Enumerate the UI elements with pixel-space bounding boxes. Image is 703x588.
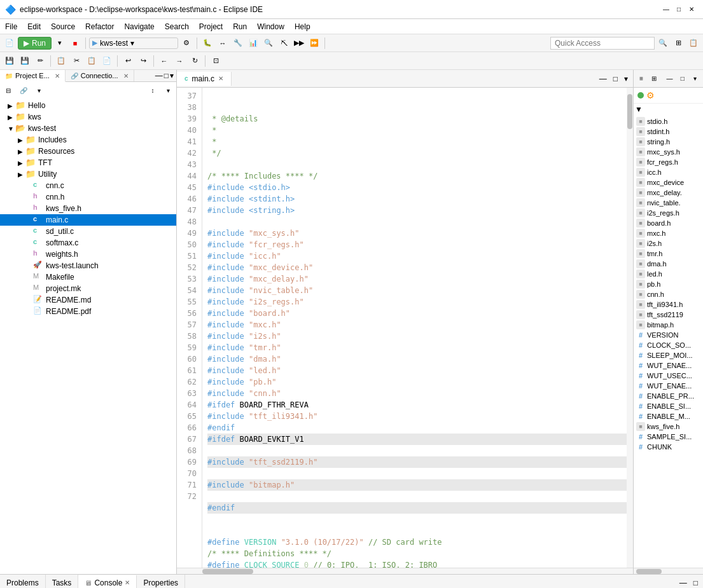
outline-enable-m[interactable]: # ENABLE_M...: [634, 411, 703, 421]
tree-item-kws-five-h[interactable]: h kws_five.h: [0, 203, 176, 214]
nav-last-edit[interactable]: ↻: [188, 54, 202, 68]
new-button[interactable]: 📄: [3, 36, 17, 50]
outline-mxc-sys[interactable]: ■ mxc_sys.h: [634, 147, 703, 157]
tab-problems[interactable]: Problems: [0, 575, 46, 588]
outline-chunk[interactable]: # CHUNK: [634, 442, 703, 452]
menu-window[interactable]: Window: [252, 19, 289, 34]
close-icon[interactable]: ✕: [218, 75, 223, 82]
editor-hscrollbar[interactable]: [177, 568, 633, 574]
tree-item-kws-test[interactable]: ▼ 📂 kws-test: [0, 123, 176, 134]
tree-item-readme-md[interactable]: 📝 README.md: [0, 294, 176, 306]
editor-tab-main-c[interactable]: c main.c ✕: [177, 72, 232, 86]
maximize-button[interactable]: □: [672, 3, 685, 16]
tb2-btn7[interactable]: 📄: [100, 54, 114, 68]
outline-tft-ili[interactable]: ■ tft_ili9341.h: [634, 299, 703, 310]
tree-item-utility[interactable]: ▶ 📁 Utility: [0, 168, 176, 180]
outline-mxc-device[interactable]: ■ mxc_device: [634, 177, 703, 188]
minimize-button[interactable]: —: [660, 3, 672, 16]
view-menu-icon[interactable]: ▾: [170, 71, 174, 80]
tab-console[interactable]: 🖥 Console ✕: [78, 575, 137, 589]
redo-button[interactable]: ↪: [136, 54, 150, 68]
right-panel-close[interactable]: —: [664, 72, 674, 86]
tb-btn1[interactable]: ↔: [216, 36, 230, 50]
tb-btn2[interactable]: 🔧: [231, 36, 245, 50]
tab-properties[interactable]: Properties: [137, 575, 185, 588]
menu-search[interactable]: Search: [160, 19, 194, 34]
tree-item-cnn-h[interactable]: h cnn.h: [0, 191, 176, 203]
collapse-all-btn[interactable]: ⊟: [1, 83, 15, 97]
outline-enable-pr[interactable]: # ENABLE_PR...: [634, 391, 703, 401]
outline-board[interactable]: ■ board.h: [634, 218, 703, 228]
tree-item-tft[interactable]: ▶ 📁 TFT: [0, 157, 176, 168]
outline-stdio[interactable]: ■ stdio.h: [634, 116, 703, 126]
quick-access-input[interactable]: [550, 37, 655, 50]
right-panel-hscrollbar[interactable]: [634, 568, 703, 574]
outline-version[interactable]: # VERSION: [634, 330, 703, 340]
menu-edit[interactable]: Edit: [22, 19, 46, 34]
maximize-bottom-icon[interactable]: □: [691, 577, 700, 589]
tree-menu-btn[interactable]: ▾: [32, 83, 46, 97]
outline-clock-source[interactable]: # CLOCK_SO...: [634, 340, 703, 350]
menu-project[interactable]: Project: [194, 19, 228, 34]
outline-bitmap[interactable]: ■ bitmap.h: [634, 320, 703, 330]
tb2-btn6[interactable]: 📋: [85, 54, 99, 68]
tab-tasks[interactable]: Tasks: [46, 575, 79, 588]
tree-item-launch[interactable]: 🚀 kws-test.launch: [0, 260, 176, 271]
tb-btn6[interactable]: ▶▶: [292, 36, 306, 50]
right-panel-max[interactable]: □: [678, 72, 688, 86]
tb2-btn3[interactable]: ✏: [33, 54, 47, 68]
outline-cnn[interactable]: ■ cnn.h: [634, 289, 703, 299]
tb2-btn1[interactable]: 💾: [3, 54, 17, 68]
nav-fwd[interactable]: →: [172, 54, 186, 68]
tree-item-cnn-c[interactable]: c cnn.c: [0, 180, 176, 191]
nav-back[interactable]: ←: [157, 54, 171, 68]
tb2-btn4[interactable]: 📋: [54, 54, 68, 68]
outline-wut-enae1[interactable]: # WUT_ENAE...: [634, 360, 703, 371]
maximize-panel-icon[interactable]: □: [164, 71, 169, 80]
minimize-bottom-icon[interactable]: —: [677, 577, 690, 589]
tree-item-resources[interactable]: ▶ 📁 Resources: [0, 146, 176, 157]
editor-scrollbar[interactable]: [627, 88, 633, 568]
outline-dma[interactable]: ■ dma.h: [634, 259, 703, 269]
tree-item-main-c[interactable]: c main.c: [0, 214, 176, 226]
outline-stdint[interactable]: ■ stdint.h: [634, 126, 703, 137]
outline-i2s-regs[interactable]: ■ i2s_regs.h: [634, 208, 703, 218]
right-panel-btn1[interactable]: ≡: [636, 72, 646, 86]
right-panel-btn2[interactable]: ⊞: [649, 72, 659, 86]
outline-wut-enae2[interactable]: # WUT_ENAE...: [634, 381, 703, 391]
tb-btn7[interactable]: ⏩: [307, 36, 321, 50]
undo-button[interactable]: ↩: [121, 54, 135, 68]
tree-item-readme-pdf[interactable]: 📄 README.pdf: [0, 306, 176, 317]
tb-btn5[interactable]: ⛏: [277, 36, 291, 50]
minimize-editor-icon[interactable]: —: [597, 73, 609, 85]
close-button[interactable]: ✕: [685, 3, 698, 16]
outline-kws-five[interactable]: ■ kws_five.h: [634, 421, 703, 432]
close-icon2[interactable]: ✕: [123, 72, 129, 79]
run-button[interactable]: ▶ Run: [18, 37, 52, 50]
outline-wut-usec[interactable]: # WUT_USEC...: [634, 371, 703, 381]
outline-mxc-delay[interactable]: ■ mxc_delay.: [634, 188, 703, 198]
menu-source[interactable]: Source: [46, 19, 80, 34]
right-panel-menu[interactable]: ▾: [690, 72, 700, 86]
perspective-btn[interactable]: ⊞: [671, 36, 685, 50]
tree-item-project-mk[interactable]: M project.mk: [0, 283, 176, 294]
tree-item-kws[interactable]: ▶ 📁 kws: [0, 111, 176, 123]
outline-mxc[interactable]: ■ mxc.h: [634, 228, 703, 238]
config-settings-btn[interactable]: ⚙: [179, 36, 193, 50]
run-dropdown-btn[interactable]: ▾: [53, 36, 67, 50]
outline-i2s[interactable]: ■ i2s.h: [634, 238, 703, 249]
outline-nvic[interactable]: ■ nvic_table.: [634, 198, 703, 208]
outline-sleep[interactable]: # SLEEP_MOI...: [634, 350, 703, 360]
open-type-btn[interactable]: ⊡: [209, 54, 223, 68]
menu-run[interactable]: Run: [228, 19, 252, 34]
maximize-editor-icon[interactable]: □: [611, 73, 620, 85]
outline-string[interactable]: ■ string.h: [634, 137, 703, 147]
code-content[interactable]: * @details * * */ /* **** Includes **** …: [202, 88, 633, 568]
outline-fcr[interactable]: ■ fcr_regs.h: [634, 157, 703, 167]
debug-button[interactable]: 🐛: [200, 36, 214, 50]
outline-led[interactable]: ■ led.h: [634, 269, 703, 279]
config-dropdown[interactable]: ▶ kws-test ▾: [89, 38, 178, 49]
outline-sample-si[interactable]: # SAMPLE_SI...: [634, 432, 703, 442]
view-editor-menu-icon[interactable]: ▾: [622, 73, 630, 85]
collapse-arrow[interactable]: ▼: [634, 104, 703, 115]
